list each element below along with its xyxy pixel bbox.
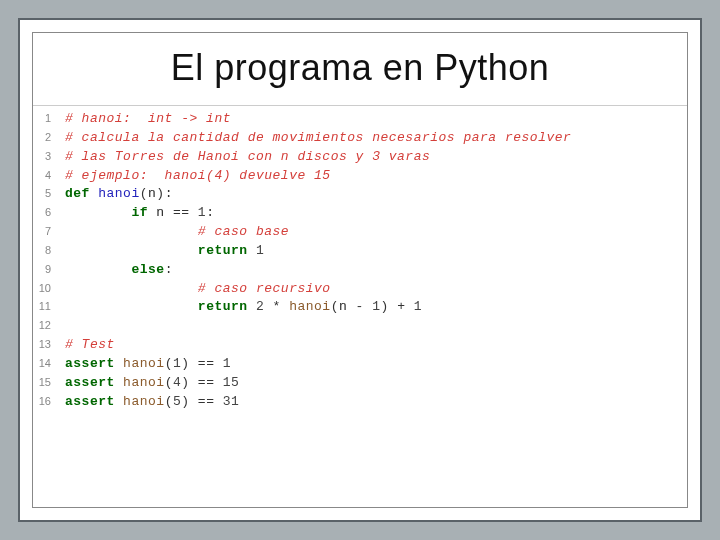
line-number: 9 [33, 262, 65, 278]
code-line: 10 # caso recursivo [33, 280, 687, 299]
code-line: 12 [33, 317, 687, 336]
code-content [65, 317, 73, 336]
line-number: 6 [33, 205, 65, 221]
code-content: return 1 [65, 242, 264, 261]
code-line: 6 if n == 1: [33, 204, 687, 223]
code-content: # ejemplo: hanoi(4) devuelve 15 [65, 167, 331, 186]
code-line: 9 else: [33, 261, 687, 280]
code-content: # las Torres de Hanoi con n discos y 3 v… [65, 148, 430, 167]
code-content: assert hanoi(5) == 31 [65, 393, 239, 412]
code-content: # caso base [65, 223, 289, 242]
code-content: # hanoi: int -> int [65, 110, 231, 129]
line-number: 1 [33, 111, 65, 127]
line-number: 10 [33, 281, 65, 297]
code-content: return 2 * hanoi(n - 1) + 1 [65, 298, 422, 317]
line-number: 5 [33, 186, 65, 202]
code-content: # Test [65, 336, 115, 355]
line-number: 3 [33, 149, 65, 165]
code-line: 15assert hanoi(4) == 15 [33, 374, 687, 393]
line-number: 7 [33, 224, 65, 240]
line-number: 4 [33, 168, 65, 184]
code-content: else: [65, 261, 173, 280]
slide-frame: El programa en Python 1# hanoi: int -> i… [18, 18, 702, 522]
code-content: def hanoi(n): [65, 185, 173, 204]
line-number: 11 [33, 299, 65, 315]
line-number: 2 [33, 130, 65, 146]
code-line: 2# calcula la cantidad de movimientos ne… [33, 129, 687, 148]
line-number: 16 [33, 394, 65, 410]
code-line: 13# Test [33, 336, 687, 355]
line-number: 14 [33, 356, 65, 372]
slide-title: El programa en Python [33, 33, 687, 105]
code-block: 1# hanoi: int -> int2# calcula la cantid… [33, 106, 687, 412]
line-number: 8 [33, 243, 65, 259]
line-number: 12 [33, 318, 65, 334]
line-number: 13 [33, 337, 65, 353]
code-content: # calcula la cantidad de movimientos nec… [65, 129, 571, 148]
code-line: 7 # caso base [33, 223, 687, 242]
code-line: 1# hanoi: int -> int [33, 110, 687, 129]
code-line: 4# ejemplo: hanoi(4) devuelve 15 [33, 167, 687, 186]
code-line: 14assert hanoi(1) == 1 [33, 355, 687, 374]
code-content: # caso recursivo [65, 280, 331, 299]
code-line: 8 return 1 [33, 242, 687, 261]
code-content: if n == 1: [65, 204, 214, 223]
code-line: 11 return 2 * hanoi(n - 1) + 1 [33, 298, 687, 317]
code-line: 3# las Torres de Hanoi con n discos y 3 … [33, 148, 687, 167]
code-line: 5def hanoi(n): [33, 185, 687, 204]
code-line: 16assert hanoi(5) == 31 [33, 393, 687, 412]
code-content: assert hanoi(4) == 15 [65, 374, 239, 393]
code-content: assert hanoi(1) == 1 [65, 355, 231, 374]
line-number: 15 [33, 375, 65, 391]
slide-inner: El programa en Python 1# hanoi: int -> i… [32, 32, 688, 508]
